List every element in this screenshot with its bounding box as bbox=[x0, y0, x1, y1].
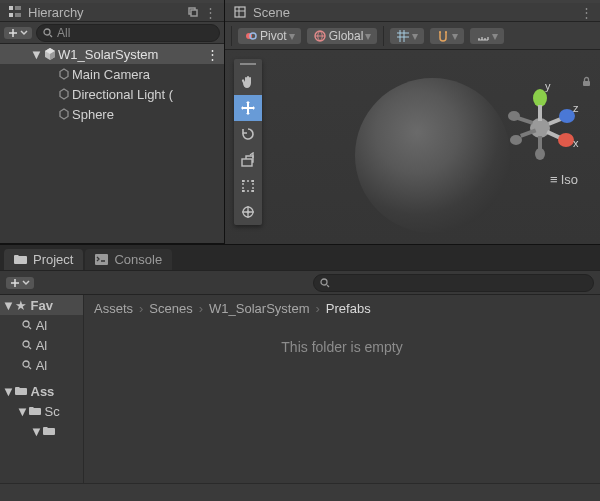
gameobject-icon bbox=[56, 68, 72, 80]
rotate-tool[interactable] bbox=[234, 121, 262, 147]
hierarchy-scene-row[interactable]: ▼ W1_SolarSystem ⋮ bbox=[0, 44, 224, 64]
unity-scene-icon bbox=[42, 47, 58, 61]
svg-point-35 bbox=[23, 321, 29, 327]
favorites-label: Fav bbox=[31, 298, 53, 313]
grid-dropdown[interactable]: ▾ bbox=[390, 28, 424, 44]
scene-menu-icon[interactable]: ⋮ bbox=[580, 5, 592, 20]
chevron-right-icon: › bbox=[316, 301, 320, 316]
svg-rect-3 bbox=[15, 13, 21, 17]
console-tab[interactable]: Console bbox=[85, 249, 172, 270]
asset-folder-item[interactable]: ▼ bbox=[0, 421, 83, 441]
breadcrumb-item[interactable]: Assets bbox=[94, 301, 133, 316]
star-icon: ★ bbox=[15, 298, 27, 313]
svg-point-34 bbox=[321, 279, 327, 285]
svg-rect-12 bbox=[243, 181, 253, 191]
foldout-icon[interactable]: ▼ bbox=[16, 404, 29, 419]
pivot-dropdown[interactable]: Pivot ▾ bbox=[238, 28, 301, 44]
hierarchy-item[interactable]: Main Camera bbox=[0, 64, 224, 84]
hierarchy-menu-icon[interactable]: ⋮ bbox=[204, 5, 216, 20]
scene-row-menu-icon[interactable]: ⋮ bbox=[206, 47, 224, 62]
assets-label: Ass bbox=[31, 384, 55, 399]
svg-rect-19 bbox=[583, 81, 590, 86]
hand-tool[interactable] bbox=[234, 69, 262, 95]
hierarchy-item[interactable]: Directional Light ( bbox=[0, 84, 224, 104]
breadcrumb-item[interactable]: W1_SolarSystem bbox=[209, 301, 309, 316]
search-icon bbox=[22, 360, 32, 370]
project-create-dropdown[interactable] bbox=[6, 277, 34, 289]
search-icon bbox=[320, 278, 330, 288]
scene-tab[interactable]: Scene ⋮ bbox=[225, 0, 600, 22]
favorite-item[interactable]: Al bbox=[0, 315, 83, 335]
chevron-down-icon: ▾ bbox=[289, 29, 295, 43]
favorites-root[interactable]: ▼ ★ Fav bbox=[0, 295, 83, 315]
axis-y-label: y bbox=[545, 80, 551, 92]
scene-viewport[interactable]: y z x ≡ Iso bbox=[225, 50, 600, 244]
foldout-icon[interactable]: ▼ bbox=[30, 424, 43, 439]
project-search[interactable] bbox=[313, 274, 594, 292]
gameobject-icon bbox=[56, 108, 72, 120]
hierarchy-popout-icon[interactable] bbox=[188, 7, 198, 17]
global-icon bbox=[313, 29, 327, 43]
global-dropdown[interactable]: Global ▾ bbox=[307, 28, 378, 44]
folder-icon bbox=[14, 254, 27, 265]
empty-folder-message: This folder is empty bbox=[84, 321, 600, 483]
search-icon bbox=[22, 320, 32, 330]
increment-snap-dropdown[interactable]: ▾ bbox=[470, 28, 504, 44]
svg-rect-2 bbox=[15, 6, 21, 10]
rect-tool[interactable] bbox=[234, 173, 262, 199]
favorite-item[interactable]: Al bbox=[0, 335, 83, 355]
project-tab[interactable]: Project bbox=[4, 249, 83, 270]
scene-gizmo[interactable]: y z x bbox=[500, 80, 580, 160]
transform-tool[interactable] bbox=[234, 199, 262, 225]
chevron-down-icon: ▾ bbox=[452, 29, 458, 43]
hierarchy-search[interactable]: All bbox=[36, 24, 220, 42]
gizmo-lock-icon[interactable] bbox=[581, 76, 592, 87]
svg-point-24 bbox=[558, 133, 574, 147]
svg-rect-5 bbox=[191, 10, 197, 16]
favorite-item[interactable]: Al bbox=[0, 355, 83, 375]
transform-tool-strip bbox=[234, 59, 262, 225]
svg-rect-16 bbox=[252, 190, 254, 192]
asset-folder-label: Sc bbox=[45, 404, 60, 419]
snap-dropdown[interactable]: ▾ bbox=[430, 28, 464, 44]
drag-handle-icon[interactable] bbox=[234, 59, 262, 69]
svg-rect-11 bbox=[242, 159, 252, 166]
folder-icon bbox=[29, 406, 41, 416]
move-tool[interactable] bbox=[234, 95, 262, 121]
asset-folder-item[interactable]: ▼ Sc bbox=[0, 401, 83, 421]
breadcrumb-item-current[interactable]: Prefabs bbox=[326, 301, 371, 316]
hierarchy-item[interactable]: Sphere bbox=[0, 104, 224, 124]
axis-x-label: x bbox=[573, 137, 579, 149]
chevron-down-icon: ▾ bbox=[492, 29, 498, 43]
svg-rect-32 bbox=[538, 136, 542, 150]
breadcrumb-item[interactable]: Scenes bbox=[149, 301, 192, 316]
project-tab-label: Project bbox=[33, 252, 73, 267]
scene-panel: Scene ⋮ Pivot ▾ Global ▾ bbox=[225, 0, 600, 244]
hierarchy-create-dropdown[interactable] bbox=[4, 27, 32, 39]
hierarchy-panel: Hierarchy ⋮ All bbox=[0, 0, 225, 244]
favorite-item-label: Al bbox=[36, 338, 48, 353]
svg-rect-15 bbox=[242, 190, 244, 192]
chevron-down-icon: ▾ bbox=[412, 29, 418, 43]
hierarchy-tab[interactable]: Hierarchy ⋮ bbox=[0, 0, 224, 22]
svg-rect-33 bbox=[95, 254, 108, 265]
assets-root[interactable]: ▼ Ass bbox=[0, 381, 83, 401]
svg-point-36 bbox=[23, 341, 29, 347]
scene-object-sphere[interactable] bbox=[355, 78, 510, 233]
axis-z-label: z bbox=[573, 102, 579, 114]
projection-toggle[interactable]: ≡ Iso bbox=[550, 172, 578, 187]
gameobject-icon bbox=[56, 88, 72, 100]
project-footer bbox=[0, 483, 600, 501]
projection-icon: ≡ bbox=[550, 172, 555, 187]
foldout-icon[interactable]: ▼ bbox=[2, 298, 15, 313]
foldout-icon[interactable]: ▼ bbox=[30, 47, 42, 62]
foldout-icon[interactable]: ▼ bbox=[2, 384, 15, 399]
scale-tool[interactable] bbox=[234, 147, 262, 173]
chevron-down-icon: ▾ bbox=[365, 29, 371, 43]
svg-point-29 bbox=[510, 135, 522, 145]
hierarchy-tree: ▼ W1_SolarSystem ⋮ Main Camera bbox=[0, 44, 224, 243]
svg-point-6 bbox=[44, 29, 50, 35]
projection-label: Iso bbox=[561, 172, 578, 187]
folder-icon bbox=[15, 386, 27, 396]
scene-tab-title: Scene bbox=[253, 5, 574, 20]
